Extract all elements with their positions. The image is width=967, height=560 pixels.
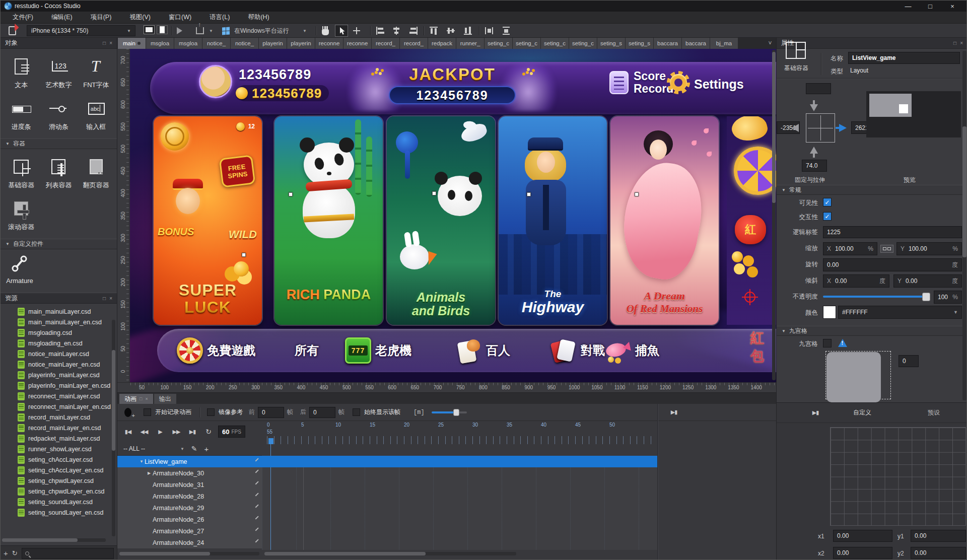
device-select[interactable]: iPhone 6(1334 * 750) ▼ [27, 25, 135, 36]
fast-forward-button[interactable]: ▶▶ [170, 427, 183, 437]
scale-y-field[interactable]: Y100.00% [896, 242, 962, 255]
document-tab[interactable]: reconne [343, 38, 371, 49]
opacity-slider[interactable] [823, 296, 927, 298]
general-section-header[interactable]: ▼ 常规 [777, 185, 967, 195]
x2-field[interactable]: 0.00 [833, 547, 892, 559]
skip-end-button[interactable]: ▶▮ [186, 427, 199, 437]
timeline-node-row[interactable]: ArmatureNode_31 [117, 479, 657, 491]
apply-curve-button[interactable]: ▶▮ [809, 408, 822, 418]
document-tab[interactable]: notice_ [231, 38, 258, 49]
skew-x-field[interactable]: X0.00度 [823, 274, 889, 288]
y2-field[interactable]: 0.00 [911, 547, 966, 559]
tab-preset-curve[interactable]: 预设 [928, 408, 940, 417]
resource-file-row[interactable]: seting_soundLayer.csd [1, 497, 117, 507]
ninegrid-checkbox[interactable] [823, 339, 832, 347]
resources-hscrollbar[interactable] [2, 538, 106, 542]
document-tab[interactable]: seting_s [626, 38, 653, 49]
rotate-field[interactable]: 0.00度 [823, 258, 962, 271]
canvas-vscrollbar[interactable] [772, 50, 776, 380]
nav-item[interactable]: 所有 [264, 337, 319, 364]
timeline-node-row[interactable]: ArmatureNode_28 [117, 491, 657, 502]
nav-item[interactable]: 老虎機 [345, 337, 411, 364]
resource-file-row[interactable]: seting_chpwdLayer_en.csd [1, 486, 117, 497]
link-scale-icon[interactable] [880, 245, 893, 253]
timeline-node-row[interactable]: ArmatureNode_24 [117, 537, 657, 548]
visible-checkbox[interactable]: ✓ [823, 198, 832, 206]
document-tab[interactable]: playerin [287, 38, 315, 49]
portrait-button[interactable] [157, 25, 168, 34]
float-panel-icon[interactable]: □ [103, 296, 106, 301]
resource-file-row[interactable]: playerinfo_mainLayer_en.csd [1, 380, 117, 391]
name-field[interactable]: ListView_game [848, 52, 960, 64]
close-button[interactable]: × [941, 1, 963, 12]
add-animation-button[interactable]: + [204, 445, 209, 453]
selection-handle[interactable] [242, 253, 246, 257]
hand-tool-button[interactable] [322, 25, 329, 36]
document-tab[interactable]: seting_c [485, 38, 512, 49]
align-right-button[interactable] [409, 25, 418, 36]
document-tab[interactable]: seting_c [513, 38, 540, 49]
nav-item[interactable]: 免費遊戲 [177, 337, 255, 364]
widget-item[interactable]: 列表容器 [40, 154, 77, 193]
widget-item[interactable]: 进度条 [3, 96, 40, 134]
float-panel-icon[interactable]: □ [953, 40, 956, 46]
selection-handle[interactable] [289, 192, 293, 196]
game-card-animals-birds[interactable]: Animalsand Birds [387, 116, 495, 325]
menu-item[interactable]: 文件(F) [4, 12, 42, 24]
resources-vscrollbar[interactable] [112, 320, 115, 536]
record-checkbox[interactable] [144, 408, 151, 416]
menu-item[interactable]: 窗口(W) [160, 12, 200, 24]
nav-item[interactable]: 百人 [456, 337, 510, 364]
new-scene-button[interactable] [9, 25, 16, 36]
custom-section-header[interactable]: ▼ 自定义控件 [1, 239, 117, 249]
resource-file-row[interactable]: seting_soundLayer_en.csd [1, 507, 117, 518]
align-bottom-button[interactable] [464, 25, 472, 36]
resource-file-row[interactable]: redpacket_mainLayer.csd [1, 433, 117, 444]
pin-left-icon[interactable] [792, 124, 799, 132]
menu-item[interactable]: 视图(V) [120, 12, 160, 24]
publish-menu-button[interactable]: ▼ [209, 25, 213, 36]
settings-gear-icon[interactable] [667, 71, 690, 94]
widget-item[interactable]: 艺术数字 [40, 54, 77, 93]
loop-button[interactable]: ↻ [202, 427, 215, 437]
document-tab[interactable]: record_ [372, 38, 399, 49]
close-panel-icon[interactable]: × [109, 296, 112, 301]
resource-file-row[interactable]: seting_chpwdLayer.csd [1, 475, 117, 486]
resource-file-row[interactable]: runner_showLayer.csd [1, 444, 117, 454]
minimize-button[interactable]: — [897, 1, 919, 12]
widget-item[interactable]: 基础容器 [3, 154, 40, 193]
timeline-node-row[interactable]: ArmatureNode_27 [117, 525, 657, 537]
align-top-button[interactable] [430, 25, 438, 36]
opacity-field[interactable]: 100% [934, 291, 962, 304]
anchor-cross-widget[interactable] [806, 113, 835, 143]
edit-animation-button[interactable]: ✎ [191, 445, 197, 453]
nav-item[interactable]: 對戰 [550, 337, 605, 364]
timeline-node-row[interactable]: ▼ ListView_game [117, 456, 657, 467]
game-card-red-mansions[interactable]: A DreamOf Red Mansions [610, 116, 719, 325]
document-tab[interactable]: seting_c [541, 38, 569, 49]
menu-item[interactable]: 编辑(E) [42, 12, 82, 24]
run-button[interactable] [177, 25, 182, 36]
resource-file-row[interactable]: seting_chAccLayer_en.csd [1, 465, 117, 475]
game-card-highway[interactable]: TheHighway [499, 116, 607, 325]
resource-file-row[interactable]: record_mainLayer.csd [1, 412, 117, 423]
document-tab[interactable]: seting_c [569, 38, 597, 49]
nodes-hscrollbar[interactable] [119, 552, 259, 555]
refresh-resources-button[interactable]: ↻ [12, 549, 18, 557]
ninegrid-preview[interactable] [826, 352, 881, 402]
menu-item[interactable]: 语言(L) [200, 12, 239, 24]
resource-file-row[interactable]: seting_chAccLayer.csd [1, 454, 117, 465]
keyframe-icon[interactable] [124, 408, 131, 417]
always-show-checkbox[interactable] [353, 408, 360, 416]
ninegrid-section-header[interactable]: ▼ 九宫格 [777, 326, 967, 336]
document-tab[interactable]: msgloa [146, 38, 174, 49]
add-resource-button[interactable]: + [4, 549, 8, 557]
expand-icon[interactable]: ▶ [148, 471, 153, 475]
selection-handle[interactable] [527, 192, 531, 196]
properties-vscrollbar[interactable] [962, 51, 966, 400]
curve-grid[interactable] [830, 427, 966, 526]
landscape-button[interactable] [144, 25, 155, 34]
document-tab[interactable]: baccara [654, 38, 681, 49]
resource-file-row[interactable]: playerinfo_mainLayer.csd [1, 370, 117, 380]
scene-canvas[interactable]: 7006506005505004504003503002502001501005… [117, 49, 776, 392]
